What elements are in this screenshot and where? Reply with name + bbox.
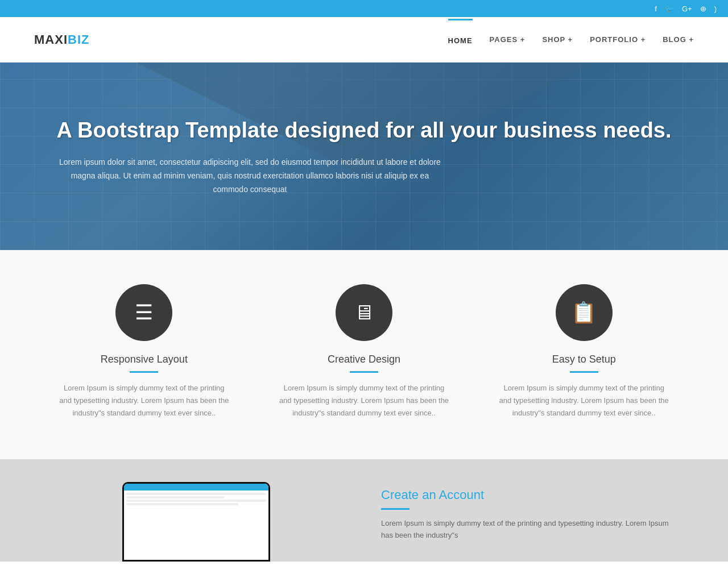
responsive-icon: ☰ <box>115 284 172 341</box>
nav-home[interactable]: HOME <box>448 19 473 61</box>
feature-creative-divider <box>350 371 378 373</box>
tablet-mockup <box>122 482 270 562</box>
header: MAXIBIZ HOME PAGES + SHOP + PORTFOLIO + … <box>0 17 728 63</box>
rss-icon[interactable]: ) <box>714 5 717 13</box>
logo: MAXIBIZ <box>34 32 89 47</box>
feature-responsive-desc: Lorem Ipsum is simply dummy text of the … <box>59 382 229 419</box>
device-mockup-container: www.bharitageachristiancollege.com <box>46 482 347 562</box>
nav-portfolio[interactable]: PORTFOLIO + <box>590 19 646 60</box>
tablet-screen <box>124 484 268 560</box>
features-section: ☰ Responsive Layout Lorem Ipsum is simpl… <box>0 250 728 459</box>
feature-responsive-title: Responsive Layout <box>101 354 188 365</box>
feature-creative-desc: Lorem Ipsum is simply dummy text of the … <box>279 382 449 419</box>
bottom-description: Lorem Ipsum is simply dummy text of the … <box>381 518 682 542</box>
tablet-line-1 <box>126 493 266 495</box>
setup-icon: 📋 <box>556 284 613 341</box>
feature-setup-desc: Lorem Ipsum is simply dummy text of the … <box>499 382 669 419</box>
nav-blog[interactable]: BLOG + <box>663 19 694 60</box>
feature-responsive-divider <box>130 371 158 373</box>
bottom-section: www.bharitageachristiancollege.com Creat… <box>0 459 728 562</box>
logo-maxi: MAXI <box>34 32 68 47</box>
dribbble-icon[interactable]: ⊕ <box>700 5 706 13</box>
feature-creative-title: Creative Design <box>328 354 400 365</box>
feature-setup: 📋 Easy to Setup Lorem Ipsum is simply du… <box>485 284 682 419</box>
facebook-icon[interactable]: f <box>655 5 657 13</box>
creative-icon: 🖥 <box>336 284 392 341</box>
bottom-heading: Create an Account <box>381 488 682 502</box>
tablet-topbar <box>124 484 268 490</box>
logo-biz: BIZ <box>68 32 89 47</box>
hero-description: Lorem ipsum dolor sit amet, consectetur … <box>56 156 443 196</box>
hero-content: A Bootstrap Template designed for all yo… <box>56 117 671 197</box>
bottom-divider <box>381 508 410 510</box>
tablet-line-3 <box>126 500 266 502</box>
twitter-icon[interactable]: 🐦 <box>665 5 674 13</box>
feature-responsive: ☰ Responsive Layout Lorem Ipsum is simpl… <box>46 284 243 419</box>
google-plus-icon[interactable]: G+ <box>682 5 692 13</box>
nav-pages[interactable]: PAGES + <box>490 19 526 60</box>
feature-setup-divider <box>570 371 598 373</box>
tablet-line-2 <box>126 496 224 498</box>
top-bar: f 🐦 G+ ⊕ ) <box>0 0 728 17</box>
hero-title: A Bootstrap Template designed for all yo… <box>56 117 671 144</box>
hero-section: A Bootstrap Template designed for all yo… <box>0 63 728 250</box>
main-nav: HOME PAGES + SHOP + PORTFOLIO + BLOG + <box>448 19 694 61</box>
nav-shop[interactable]: SHOP + <box>542 19 573 60</box>
tablet-content <box>124 490 268 560</box>
bottom-text-content: Create an Account Lorem Ipsum is simply … <box>381 482 682 542</box>
tablet-line-4 <box>126 503 238 505</box>
feature-setup-title: Easy to Setup <box>552 354 616 365</box>
feature-creative: 🖥 Creative Design Lorem Ipsum is simply … <box>266 284 463 419</box>
